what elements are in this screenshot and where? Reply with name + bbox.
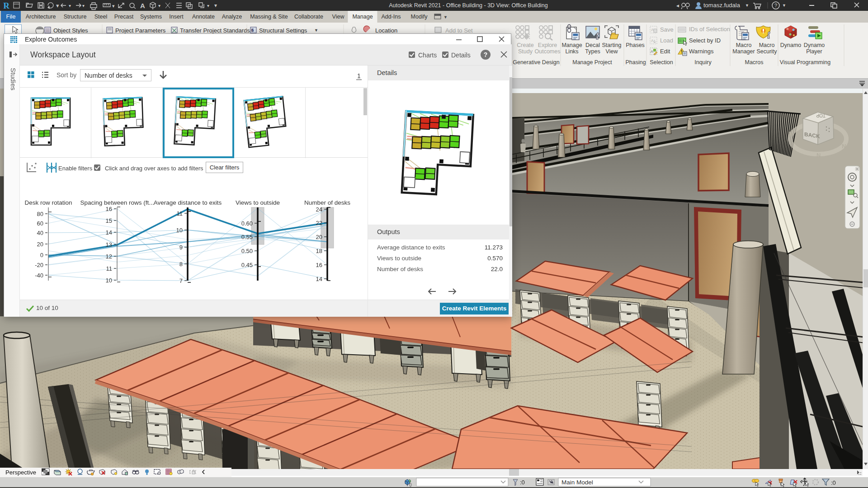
svg-text:▾: ▾ — [56, 2, 59, 9]
svg-text:▾: ▾ — [214, 2, 217, 9]
svg-text:0.60: 0.60 — [241, 220, 253, 227]
svg-text:▼: ▼ — [745, 3, 749, 8]
svg-text:!: ! — [681, 49, 682, 54]
svg-text:Inquiry: Inquiry — [694, 59, 712, 66]
svg-text:-40: -40 — [35, 272, 43, 279]
svg-text:S: S — [788, 130, 793, 137]
svg-text:N: N — [842, 143, 846, 150]
svg-text:◄: ◄ — [675, 3, 680, 8]
svg-text:Number of desks: Number of desks — [304, 199, 350, 206]
svg-text:▾: ▾ — [69, 3, 71, 8]
svg-text:Location: Location — [375, 27, 397, 34]
svg-text:Decal: Decal — [585, 42, 600, 48]
svg-text:10: 10 — [106, 277, 112, 284]
svg-text:16: 16 — [106, 206, 112, 212]
svg-text:14: 14 — [106, 229, 112, 236]
svg-text:Types: Types — [585, 48, 600, 55]
svg-text:Phases: Phases — [626, 42, 645, 48]
svg-text:Visual Programming: Visual Programming — [780, 59, 830, 66]
svg-text:Selection: Selection — [650, 59, 673, 66]
svg-text:tomasz.fudala: tomasz.fudala — [703, 2, 741, 9]
svg-text:Dynamo: Dynamo — [804, 42, 825, 48]
svg-text:16: 16 — [316, 262, 322, 268]
svg-text:R: R — [3, 1, 9, 10]
svg-text:Phasing: Phasing — [625, 59, 646, 66]
svg-text:?: ? — [774, 3, 777, 8]
svg-text:Create: Create — [517, 42, 534, 48]
svg-text:Security: Security — [756, 48, 777, 55]
svg-text:Starting: Starting — [602, 42, 621, 48]
svg-text:Main Model: Main Model — [561, 479, 593, 486]
svg-text:Manage Project: Manage Project — [572, 59, 612, 66]
svg-text:Spacing between rows (ft...: Spacing between rows (ft... — [80, 199, 154, 206]
svg-text:N: N — [816, 152, 821, 159]
svg-text:0: 0 — [40, 252, 43, 258]
svg-text:Outcomes: Outcomes — [535, 48, 561, 55]
svg-text:9: 9 — [179, 244, 183, 251]
svg-text:Macro: Macro — [736, 42, 752, 48]
svg-text:A: A — [651, 49, 653, 54]
svg-text:▾: ▾ — [207, 3, 209, 8]
svg-text:Macro: Macro — [759, 42, 775, 48]
svg-text:A: A — [651, 28, 654, 32]
svg-text:Manage: Manage — [561, 42, 582, 48]
svg-text:Transfer Project Standards: Transfer Project Standards — [180, 27, 250, 34]
svg-text:14: 14 — [316, 276, 322, 282]
svg-text:11: 11 — [106, 265, 113, 272]
svg-text:0.55: 0.55 — [241, 234, 253, 240]
svg-text:Object Styles: Object Styles — [53, 27, 88, 34]
svg-text::0: :0 — [831, 479, 836, 486]
svg-text:Macros: Macros — [745, 59, 764, 66]
svg-text:TOP: TOP — [816, 113, 826, 118]
svg-text:Study: Study — [518, 48, 533, 55]
svg-text:IDs of Selection: IDs of Selection — [689, 26, 730, 33]
svg-text:▼: ▼ — [443, 15, 448, 19]
svg-text:Generative Design: Generative Design — [513, 59, 560, 66]
svg-text:Views to outside: Views to outside — [236, 199, 280, 206]
svg-text:View: View — [606, 48, 618, 55]
svg-text:Average distance to exits: Average distance to exits — [154, 199, 222, 206]
svg-text:Add to Set: Add to Set — [445, 27, 473, 34]
svg-text:Desk row rotation: Desk row rotation — [24, 199, 72, 206]
svg-text:22: 22 — [316, 220, 322, 226]
svg-text:0.45: 0.45 — [241, 262, 253, 268]
svg-text:Explore: Explore — [538, 42, 557, 48]
svg-text:20: 20 — [316, 234, 322, 240]
svg-text:Player: Player — [806, 48, 822, 55]
svg-text:80: 80 — [37, 211, 43, 217]
svg-text:0.50: 0.50 — [241, 248, 253, 254]
svg-text::0: :0 — [520, 479, 525, 486]
svg-text:20: 20 — [37, 241, 43, 248]
svg-text:▾: ▾ — [112, 3, 115, 9]
svg-text:7: 7 — [179, 277, 183, 284]
svg-text:▼: ▼ — [314, 28, 318, 33]
svg-text:▾: ▾ — [82, 3, 85, 8]
svg-text:Save: Save — [660, 26, 674, 33]
svg-text:Select by ID: Select by ID — [689, 37, 721, 44]
svg-text:-20: -20 — [35, 262, 43, 268]
svg-text:12: 12 — [106, 253, 112, 260]
svg-text:5: 5 — [251, 28, 254, 33]
svg-text:Structural Settings: Structural Settings — [259, 27, 307, 34]
svg-text:Dynamo: Dynamo — [780, 42, 802, 48]
svg-text:A: A — [140, 2, 145, 9]
svg-text:18: 18 — [316, 248, 322, 254]
svg-text:40: 40 — [37, 230, 43, 236]
svg-text:Links: Links — [565, 48, 578, 55]
svg-text:24: 24 — [316, 206, 322, 213]
svg-text:A: A — [651, 38, 654, 43]
svg-text:10: 10 — [176, 227, 183, 234]
svg-text:11: 11 — [177, 210, 183, 217]
svg-text:▼: ▼ — [782, 3, 786, 8]
svg-text:15: 15 — [106, 217, 112, 224]
svg-text:Warnings: Warnings — [689, 48, 714, 55]
svg-text:Project Parameters: Project Parameters — [115, 27, 166, 34]
svg-text:60: 60 — [37, 220, 43, 227]
svg-text:13: 13 — [106, 241, 112, 248]
svg-text:8: 8 — [179, 261, 183, 267]
svg-text:Autodesk Revit 2021 - Office B: Autodesk Revit 2021 - Office Building - … — [389, 2, 548, 9]
svg-text:Load: Load — [660, 37, 673, 44]
svg-text:▾: ▾ — [158, 3, 160, 8]
svg-text:Edit: Edit — [660, 48, 670, 55]
svg-text:Manager: Manager — [732, 48, 755, 55]
